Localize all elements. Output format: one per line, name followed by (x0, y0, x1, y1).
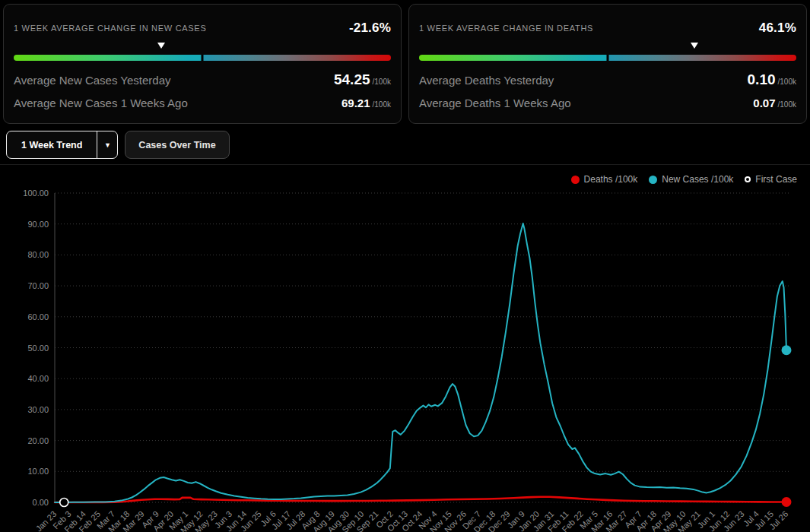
avg-deaths-week-ago-value: 0.07/100k (753, 97, 796, 109)
chart-plot-area[interactable]: 0.0010.0020.0030.0040.0050.0060.0070.008… (0, 165, 810, 532)
per-100k-unit: /100k (778, 78, 796, 86)
avg-new-cases-week-ago-label: Average New Cases 1 Weeks Ago (14, 97, 188, 109)
avg-new-cases-yesterday-value: 54.25/100k (334, 71, 391, 88)
per-100k-unit: /100k (373, 100, 391, 109)
covid-dashboard: 1 WEEK AVERAGE CHANGE IN NEW CASES -21.6… (0, 0, 810, 532)
trend-select-button[interactable]: 1 Week Trend ▼ (6, 131, 118, 159)
y-axis-tick-label: 70.00 (27, 281, 49, 290)
deaths-change-gauge (419, 41, 796, 62)
deaths-change-card: 1 WEEK AVERAGE CHANGE IN DEATHS 46.1% Av… (408, 4, 807, 124)
stat-row: Average New Cases Yesterday 54.25/100k (14, 71, 391, 97)
avg-new-cases-week-ago-value: 69.21/100k (341, 97, 391, 109)
gauge-center-divider (607, 55, 609, 61)
first-case-marker (60, 499, 68, 507)
cases-over-time-button[interactable]: Cases Over Time (125, 131, 229, 159)
y-axis-tick-label: 80.00 (27, 250, 49, 259)
y-axis-tick-label: 30.00 (27, 405, 49, 414)
avg-deaths-yesterday-label: Average Deaths Yesterday (419, 74, 554, 87)
first-case-circle-icon (745, 176, 751, 182)
gauge-marker-icon (157, 43, 165, 49)
gauge-center-divider (202, 55, 204, 61)
deaths-change-value: 46.1% (759, 21, 796, 36)
legend-item-first-case: First Case (745, 174, 797, 185)
legend-item-new-cases: New Cases /100k (649, 174, 733, 185)
y-axis-tick-label: 60.00 (27, 312, 49, 321)
legend-item-deaths: Deaths /100k (571, 174, 638, 185)
new-cases-100k-line (55, 223, 786, 502)
y-axis-tick-label: 0.00 (33, 498, 49, 507)
new-cases-dot-icon (649, 176, 657, 184)
y-axis-tick-label: 10.00 (27, 467, 49, 476)
chart-toolbar: 1 Week Trend ▼ Cases Over Time (0, 124, 810, 160)
new-cases-change-gauge (14, 41, 391, 62)
trend-select-label[interactable]: 1 Week Trend (7, 131, 97, 158)
y-axis-tick-label: 40.00 (27, 374, 49, 383)
avg-new-cases-yesterday-label: Average New Cases Yesterday (14, 74, 171, 87)
y-axis-tick-label: 90.00 (27, 220, 49, 229)
new-cases-change-label: 1 WEEK AVERAGE CHANGE IN NEW CASES (14, 21, 206, 33)
avg-deaths-yesterday-value: 0.10/100k (748, 71, 796, 88)
deaths-dot-icon (571, 176, 580, 184)
stat-row: Average Deaths 1 Weeks Ago 0.07/100k (419, 97, 796, 122)
y-axis-tick-label: 20.00 (27, 436, 49, 445)
y-axis-tick-label: 50.00 (27, 344, 49, 353)
chart-legend: Deaths /100k New Cases /100k First Case (571, 174, 797, 185)
deaths-100k-end-dot (782, 497, 792, 507)
per-100k-unit: /100k (778, 100, 796, 109)
new-cases-change-card: 1 WEEK AVERAGE CHANGE IN NEW CASES -21.6… (3, 4, 402, 124)
deaths-change-label: 1 WEEK AVERAGE CHANGE IN DEATHS (419, 21, 593, 33)
stat-row: Average Deaths Yesterday 0.10/100k (419, 71, 796, 97)
per-100k-unit: /100k (373, 78, 391, 86)
y-axis-tick-label: 100.00 (23, 188, 49, 198)
stat-cards-row: 1 WEEK AVERAGE CHANGE IN NEW CASES -21.6… (0, 0, 810, 124)
new-cases-100k-end-dot (782, 345, 792, 355)
avg-deaths-week-ago-label: Average Deaths 1 Weeks Ago (419, 97, 571, 109)
cases-over-time-chart: Deaths /100k New Cases /100k First Case … (0, 164, 810, 532)
chevron-down-icon[interactable]: ▼ (97, 131, 117, 158)
stat-row: Average New Cases 1 Weeks Ago 69.21/100k (14, 97, 391, 122)
new-cases-change-value: -21.6% (349, 21, 391, 36)
gauge-marker-icon (691, 43, 698, 49)
deaths-100k-line (55, 497, 786, 502)
